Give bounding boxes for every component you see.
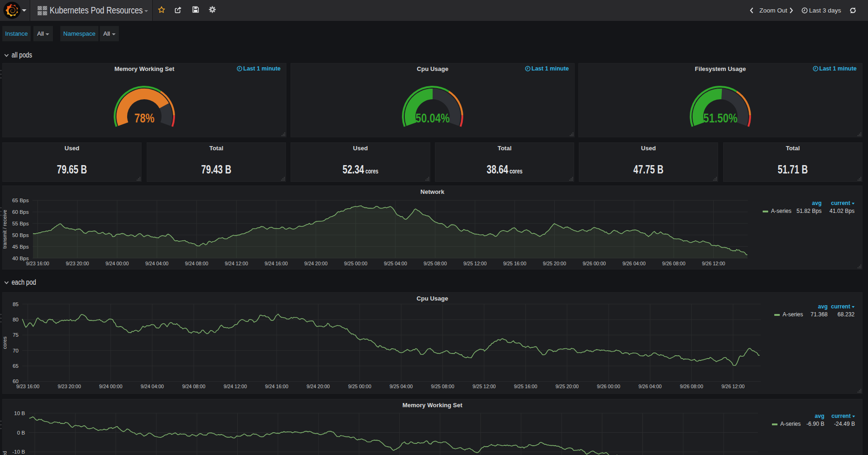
svg-text:9/25 16:00: 9/25 16:00	[514, 384, 537, 389]
svg-text:9/25 00:00: 9/25 00:00	[348, 384, 371, 389]
svg-text:9/26 00:00: 9/26 00:00	[597, 384, 620, 389]
svg-text:9/24 20:00: 9/24 20:00	[307, 384, 330, 389]
svg-text:45 Bps: 45 Bps	[12, 244, 29, 250]
svg-text:9/24 16:00: 9/24 16:00	[265, 384, 288, 389]
svg-text:9/23 16:00: 9/23 16:00	[16, 384, 39, 389]
svg-text:9/24 04:00: 9/24 04:00	[145, 261, 168, 266]
svg-text:9/23 20:00: 9/23 20:00	[58, 384, 81, 389]
svg-text:9/24 04:00: 9/24 04:00	[141, 384, 164, 389]
svg-text:9/26 12:00: 9/26 12:00	[721, 384, 745, 389]
svg-text:9/24 20:00: 9/24 20:00	[304, 261, 328, 266]
svg-text:9/24 00:00: 9/24 00:00	[99, 384, 123, 389]
svg-text:9/25 04:00: 9/25 04:00	[384, 261, 407, 266]
svg-text:9/24 12:00: 9/24 12:00	[225, 261, 248, 266]
svg-text:9/24 16:00: 9/24 16:00	[265, 261, 288, 266]
svg-text:9/23 16:00: 9/23 16:00	[26, 261, 49, 266]
svg-text:9/25 08:00: 9/25 08:00	[431, 384, 454, 389]
svg-text:9/26 08:00: 9/26 08:00	[662, 261, 686, 266]
svg-text:9/25 12:00: 9/25 12:00	[463, 261, 486, 266]
svg-text:65: 65	[13, 363, 19, 369]
svg-text:9/26 12:00: 9/26 12:00	[702, 261, 725, 266]
svg-text:9/24 08:00: 9/24 08:00	[185, 261, 208, 266]
svg-text:9/23 20:00: 9/23 20:00	[66, 261, 89, 266]
svg-text:9/25 20:00: 9/25 20:00	[543, 261, 566, 266]
svg-text:9/25 04:00: 9/25 04:00	[389, 384, 413, 389]
svg-text:9/25 08:00: 9/25 08:00	[424, 261, 447, 266]
svg-text:55 Bps: 55 Bps	[12, 221, 29, 226]
svg-text:50 Bps: 50 Bps	[12, 232, 29, 238]
svg-text:9/26 08:00: 9/26 08:00	[680, 384, 703, 389]
svg-text:9/25 20:00: 9/25 20:00	[556, 384, 579, 389]
svg-text:used: used	[2, 451, 7, 455]
svg-text:transmit / receive: transmit / receive	[2, 210, 7, 249]
svg-text:9/24 08:00: 9/24 08:00	[182, 384, 205, 389]
svg-text:0 B: 0 B	[17, 430, 26, 436]
svg-text:9/25 00:00: 9/25 00:00	[344, 261, 367, 266]
svg-text:9/26 00:00: 9/26 00:00	[583, 261, 606, 266]
svg-text:9/24 12:00: 9/24 12:00	[224, 384, 247, 389]
svg-text:75: 75	[13, 332, 19, 338]
svg-text:9/26 04:00: 9/26 04:00	[639, 384, 662, 389]
svg-text:9/25 12:00: 9/25 12:00	[473, 384, 496, 389]
svg-text:9/26 04:00: 9/26 04:00	[622, 261, 646, 266]
svg-text:9/24 00:00: 9/24 00:00	[105, 261, 129, 266]
svg-text:70: 70	[13, 348, 19, 353]
svg-text:9/25 16:00: 9/25 16:00	[503, 261, 526, 266]
svg-text:-10 B: -10 B	[13, 449, 26, 455]
svg-text:cores: cores	[2, 336, 7, 349]
